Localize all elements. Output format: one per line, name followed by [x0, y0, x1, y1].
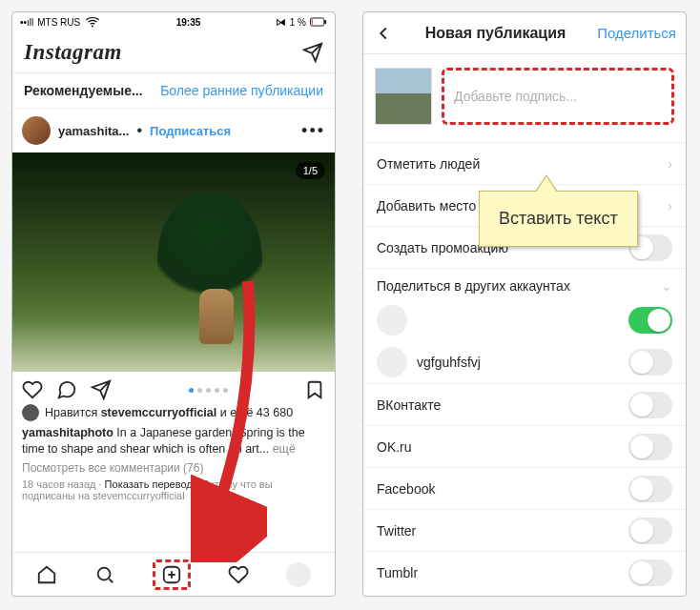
share-section-label: Поделиться в других аккаунтах	[377, 278, 570, 294]
bluetooth-icon: ⧒	[276, 16, 286, 29]
tab-bar	[12, 552, 335, 596]
share-section-header[interactable]: Поделиться в других аккаунтах ⌄	[363, 268, 686, 299]
network-row[interactable]: Facebook	[363, 467, 686, 509]
carousel-dots	[125, 388, 291, 393]
share-icon[interactable]	[91, 379, 112, 400]
annotation-callout: Вставить текст	[479, 191, 638, 247]
post-header: yamashita... • Подписаться •••	[12, 109, 335, 152]
likes-prefix: Нравится	[45, 406, 97, 419]
post-time: 18 часов назад	[22, 478, 95, 490]
likes-suffix: и ещё 43 680	[220, 406, 293, 419]
network-label: Tumblr	[377, 565, 418, 580]
recommend-bar: Рекомендуемые... Более ранние публикации	[12, 73, 335, 109]
account-row[interactable]: vgfguhfsfvj	[363, 341, 686, 383]
liker-avatar	[22, 404, 39, 421]
create-tab-icon[interactable]	[153, 559, 191, 590]
network-row[interactable]: Tumblr	[363, 551, 686, 593]
tag-people-row[interactable]: Отметить людей ›	[363, 142, 686, 184]
svg-point-0	[92, 26, 93, 28]
caption-input[interactable]: Добавьте подпись...	[442, 68, 674, 125]
compose-area: Добавьте подпись...	[363, 54, 686, 142]
network-toggle[interactable]	[628, 518, 672, 544]
network-label: OK.ru	[377, 439, 412, 455]
profile-tab-icon[interactable]	[286, 562, 311, 587]
tag-people-label: Отметить людей	[377, 156, 480, 172]
signal-icon: ••ıll	[20, 17, 33, 28]
account-toggle[interactable]	[628, 349, 672, 376]
post-caption: yamashitaphoto In a Japanese garden: Spr…	[12, 423, 335, 459]
post-thumbnail[interactable]	[375, 68, 432, 125]
network-toggle[interactable]	[628, 434, 672, 460]
account-name: vgfguhfsfvj	[417, 355, 481, 370]
network-toggle[interactable]	[628, 476, 672, 502]
clock: 19:35	[176, 17, 201, 28]
view-comments[interactable]: Посмотреть все комментарии (76)	[12, 459, 335, 477]
network-label: Twitter	[377, 523, 416, 539]
chevron-right-icon: ›	[668, 198, 672, 214]
avatar[interactable]	[22, 116, 51, 145]
account-avatar	[377, 347, 407, 377]
nav-bar: Новая публикация Поделиться	[363, 12, 686, 54]
earlier-posts-link[interactable]: Более ранние публикации	[160, 83, 323, 98]
comment-icon[interactable]	[56, 379, 77, 400]
instagram-logo: Instagram	[24, 40, 122, 65]
more-options-icon[interactable]: •••	[301, 121, 325, 141]
post-image[interactable]: 1/5	[12, 152, 335, 372]
network-row[interactable]: ВКонтакте	[363, 383, 686, 425]
search-tab-icon[interactable]	[94, 564, 115, 585]
network-toggle[interactable]	[628, 392, 672, 418]
image-counter: 1/5	[296, 162, 325, 179]
network-label: Facebook	[377, 481, 435, 497]
translate-link[interactable]: Показать перевод	[105, 478, 193, 490]
svg-rect-3	[312, 19, 313, 24]
post-meta: 18 часов назад · Показать перевод · Пото…	[12, 477, 335, 507]
carrier: MTS RUS	[37, 17, 80, 28]
post-username[interactable]: yamashita...	[58, 124, 129, 138]
status-bar: ••ıll MTS RUS 19:35 ⧒ 1 %	[12, 12, 335, 31]
chevron-right-icon: ›	[668, 156, 672, 172]
back-icon[interactable]	[373, 23, 394, 44]
save-icon[interactable]	[304, 379, 325, 400]
home-tab-icon[interactable]	[36, 564, 57, 585]
direct-icon[interactable]	[302, 42, 323, 63]
post-actions	[12, 372, 335, 402]
account-toggle[interactable]	[628, 307, 672, 334]
network-row[interactable]: OK.ru	[363, 425, 686, 467]
network-label: ВКонтакте	[377, 397, 441, 413]
app-header: Instagram	[12, 31, 335, 73]
follow-link[interactable]: Подписаться	[150, 124, 231, 138]
caption-more[interactable]: ещё	[273, 442, 296, 456]
chevron-down-icon: ⌄	[661, 278, 672, 294]
caption-placeholder: Добавьте подпись...	[454, 89, 577, 104]
likes-row[interactable]: Нравится stevemccurryofficial и ещё 43 6…	[12, 402, 335, 423]
add-place-label: Добавить место	[377, 198, 476, 214]
wifi-icon	[84, 13, 101, 30]
like-icon[interactable]	[22, 379, 43, 400]
likes-user: stevemccurryofficial	[101, 406, 217, 419]
battery-icon	[310, 17, 327, 27]
activity-tab-icon[interactable]	[228, 564, 249, 585]
nav-title: Новая публикация	[425, 25, 566, 42]
network-toggle[interactable]	[628, 559, 672, 586]
recommend-title: Рекомендуемые...	[24, 83, 143, 98]
battery-pct: 1 %	[290, 17, 306, 28]
network-row[interactable]: Twitter	[363, 509, 686, 551]
svg-rect-2	[324, 20, 326, 24]
phone-left: ••ıll MTS RUS 19:35 ⧒ 1 % Instagram Реко…	[11, 11, 336, 597]
caption-user[interactable]: yamashitaphoto	[22, 426, 113, 439]
svg-point-4	[98, 567, 111, 580]
account-row[interactable]	[363, 299, 686, 341]
callout-text: Вставить текст	[499, 209, 618, 228]
account-avatar	[377, 305, 407, 336]
share-button[interactable]: Поделиться	[597, 25, 676, 41]
phone-right: Новая публикация Поделиться Добавьте под…	[362, 11, 687, 597]
